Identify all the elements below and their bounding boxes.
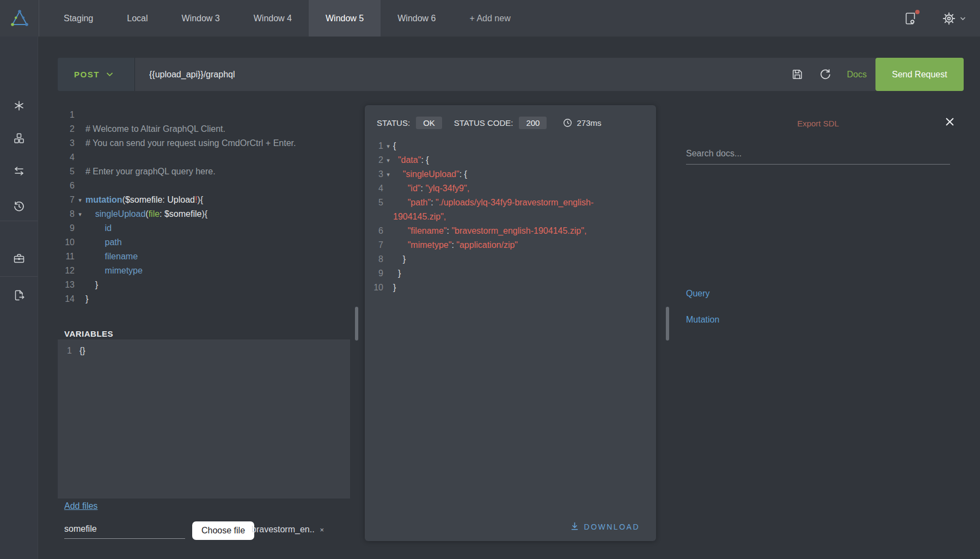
- clock-icon: [563, 118, 572, 127]
- docs-toggle-button[interactable]: Docs: [847, 70, 867, 80]
- fold-gutter: [383, 238, 393, 252]
- code-line: 12 mimetype: [58, 264, 355, 278]
- chevron-down-icon: [106, 72, 113, 77]
- line-number: 2: [370, 153, 383, 167]
- request-url-bar: POST Docs: [58, 58, 875, 91]
- tab-window-3[interactable]: Window 3: [165, 0, 237, 37]
- status-value-badge: OK: [416, 117, 442, 129]
- docs-item-query[interactable]: Query: [686, 289, 710, 299]
- sidebar-toolbox-button[interactable]: [13, 252, 26, 265]
- file-variable-name-input[interactable]: [64, 522, 185, 539]
- tab-window-5-active[interactable]: Window 5: [309, 0, 381, 37]
- refresh-icon: [819, 68, 832, 81]
- line-number: 1: [370, 139, 383, 153]
- tab-staging[interactable]: Staging: [47, 0, 110, 37]
- code-text: [85, 150, 355, 165]
- request-url-input[interactable]: [135, 70, 791, 80]
- response-time-value: 273ms: [577, 118, 601, 127]
- add-new-window-button[interactable]: + Add new: [453, 0, 528, 37]
- remove-file-button[interactable]: ×: [320, 526, 324, 534]
- save-request-button[interactable]: [791, 68, 804, 81]
- docs-item-mutation[interactable]: Mutation: [686, 315, 719, 325]
- response-time: 273ms: [563, 118, 601, 127]
- fold-gutter: [75, 179, 85, 193]
- code-text: "id": "ylq-34fy9",: [393, 181, 652, 196]
- save-icon: [791, 68, 804, 81]
- sidebar-export-button[interactable]: [13, 289, 26, 302]
- line-number: 10: [58, 235, 75, 250]
- fold-arrow-icon[interactable]: ▾: [383, 167, 393, 181]
- sidebar-collections-button[interactable]: [13, 132, 26, 145]
- fold-gutter: [75, 235, 85, 250]
- fold-gutter: [383, 266, 393, 281]
- code-text: path: [85, 235, 355, 250]
- code-line: 7 "mimetype": "application/zip": [370, 238, 652, 252]
- chosen-file-name: bravestorm_en..: [252, 525, 315, 534]
- code-line: 6: [58, 179, 355, 193]
- response-panel: STATUS: OK STATUS CODE: 200 273ms 1▾{2▾ …: [365, 105, 656, 541]
- variables-section-title: VARIABLES: [64, 329, 113, 338]
- line-number: 13: [58, 278, 75, 292]
- altair-triangle-logo-icon: [9, 8, 30, 29]
- add-files-link[interactable]: Add files: [64, 501, 97, 511]
- fold-gutter: [75, 136, 85, 150]
- line-number: 4: [58, 150, 75, 165]
- swap-arrows-icon: [13, 165, 26, 178]
- line-number: 8: [370, 252, 383, 266]
- app-logo[interactable]: [0, 0, 39, 37]
- code-line: 4: [58, 150, 355, 165]
- code-text: # Welcome to Altair GraphQL Client.: [85, 122, 355, 136]
- fold-gutter: [75, 122, 85, 136]
- code-text: # Enter your graphQL query here.: [85, 165, 355, 179]
- code-line: 3# You can send your request using CmdOr…: [58, 136, 355, 150]
- fold-gutter: [75, 264, 85, 278]
- choose-file-button[interactable]: Choose file: [192, 521, 254, 540]
- fold-arrow-icon[interactable]: ▾: [75, 207, 85, 221]
- docs-search-input[interactable]: [686, 145, 950, 165]
- code-text: [85, 179, 355, 193]
- fold-gutter: [383, 181, 393, 196]
- tab-local[interactable]: Local: [110, 0, 164, 37]
- query-editor[interactable]: 12# Welcome to Altair GraphQL Client.3# …: [58, 108, 355, 306]
- response-json-viewer[interactable]: 1▾{2▾ "data": {3▾ "singleUpload": {4 "id…: [365, 133, 656, 295]
- fold-gutter: [75, 108, 85, 122]
- code-line: 11 filename: [58, 250, 355, 264]
- variables-editor[interactable]: 1{}: [58, 339, 350, 499]
- http-method-dropdown[interactable]: POST: [58, 58, 135, 91]
- export-sdl-button[interactable]: Export SDL: [686, 119, 950, 128]
- topbar-actions: [903, 0, 980, 37]
- code-line: 14}: [58, 292, 355, 306]
- close-docs-button[interactable]: [943, 115, 957, 129]
- sidebar-schema-button[interactable]: [13, 99, 26, 112]
- fold-arrow-icon[interactable]: ▾: [75, 193, 85, 207]
- tab-window-6[interactable]: Window 6: [381, 0, 452, 37]
- code-text: "data": {: [393, 153, 652, 167]
- fold-gutter: [72, 344, 79, 358]
- response-pane-scrollbar[interactable]: [666, 307, 669, 341]
- line-number: 9: [58, 221, 75, 235]
- settings-button[interactable]: [941, 11, 966, 26]
- line-number: 1: [63, 344, 72, 358]
- code-text: }: [85, 292, 355, 306]
- query-pane-scrollbar[interactable]: [355, 307, 358, 341]
- sidebar-divider: [0, 276, 38, 277]
- request-bar-actions: Docs: [791, 68, 875, 81]
- settings-gear-icon: [941, 11, 957, 26]
- environments-button[interactable]: [903, 11, 917, 26]
- download-label: DOWNLOAD: [584, 522, 640, 531]
- send-request-button[interactable]: Send Request: [875, 58, 964, 91]
- code-text: }: [85, 278, 355, 292]
- code-line: 5# Enter your graphQL query here.: [58, 165, 355, 179]
- download-response-button[interactable]: DOWNLOAD: [570, 522, 640, 531]
- line-number: 7: [370, 238, 383, 252]
- fold-arrow-icon[interactable]: ▾: [383, 153, 393, 167]
- sidebar-history-button[interactable]: [13, 200, 26, 213]
- sidebar-pre-request-button[interactable]: [13, 165, 26, 178]
- file-export-icon: [13, 289, 26, 302]
- docs-panel: Export SDL Query Mutation: [678, 105, 980, 559]
- tab-window-4[interactable]: Window 4: [237, 0, 309, 37]
- code-text: mutation($somefile: Upload!){: [85, 193, 355, 207]
- fold-arrow-icon[interactable]: ▾: [383, 139, 393, 153]
- refresh-schema-button[interactable]: [819, 68, 832, 81]
- line-number: 2: [58, 122, 75, 136]
